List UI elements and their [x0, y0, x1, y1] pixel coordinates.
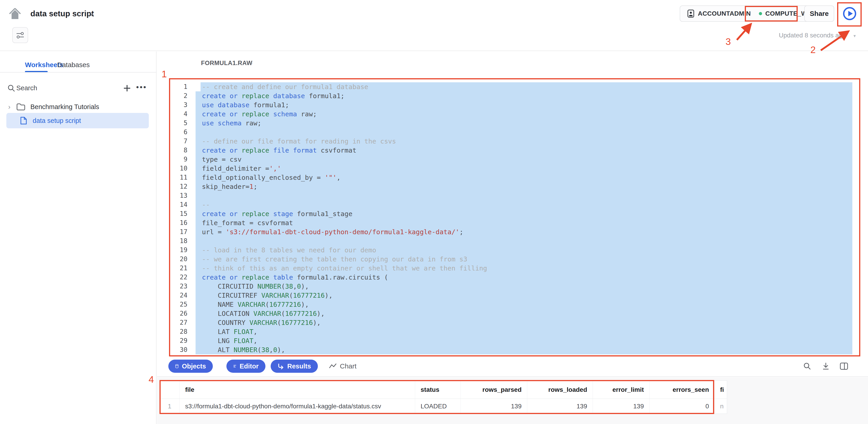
warehouse-status-dot	[759, 12, 762, 15]
updated-caret-down-icon[interactable]: ▾	[854, 33, 856, 38]
split-columns-icon	[840, 362, 848, 370]
search-input[interactable]	[16, 82, 112, 94]
table-cell[interactable]: 0	[650, 399, 715, 414]
editor-label: Editor	[240, 363, 259, 370]
search-results-button[interactable]	[802, 361, 812, 371]
table-cell[interactable]: n	[715, 399, 727, 414]
schema-context-selector[interactable]: FORMULA1.RAW	[201, 60, 252, 67]
context-selector[interactable]: ACCOUNTADMIN COMPUTE_WH	[680, 5, 819, 22]
run-button[interactable]	[839, 5, 860, 22]
code-line-content: type = csv	[195, 155, 852, 164]
column-header[interactable]: file	[180, 381, 415, 399]
code-line-content: LNG FLOAT,	[195, 336, 852, 345]
role-segment[interactable]: ACCOUNTADMIN	[687, 9, 751, 18]
column-header[interactable]: status	[415, 381, 461, 399]
code-line-content: LAT FLOAT,	[195, 327, 852, 336]
download-icon	[822, 362, 830, 370]
line-number: 14	[169, 200, 195, 209]
folder-label: Benchmarking Tutorials	[30, 103, 99, 111]
code-line: 23 CIRCUITID NUMBER(38,0),	[169, 282, 860, 291]
search-icon	[7, 84, 16, 92]
sql-editor[interactable]: 1-- create and define our formula1 datab…	[169, 79, 860, 356]
code-line-content: use database formula1;	[195, 100, 852, 109]
code-line: 3use database formula1;	[169, 100, 860, 109]
code-line-content: LOCATION VARCHAR(16777216),	[195, 309, 852, 318]
code-line: 8create or replace file format csvformat	[169, 146, 860, 155]
filters-button[interactable]	[12, 27, 28, 43]
chart-line-icon	[329, 363, 337, 369]
table-cell[interactable]: 139	[461, 399, 527, 414]
search-icon	[803, 362, 811, 370]
warehouse-segment[interactable]: COMPUTE_WH	[759, 10, 812, 17]
top-bar: data setup script ▾ ACCOUNTADMIN COMPUTE…	[0, 0, 868, 51]
code-line: 1-- create and define our formula1 datab…	[169, 82, 860, 91]
code-line-content: -- create and define our formula1 databa…	[195, 82, 852, 91]
person-badge-icon	[687, 9, 695, 18]
table-cell[interactable]: 139	[593, 399, 650, 414]
database-icon	[175, 362, 179, 370]
column-header[interactable]: rows_parsed	[461, 381, 527, 399]
sidebar: Worksheets Databases ••• › Benchmarking …	[0, 52, 157, 424]
code-line-content: skip_header=1;	[195, 182, 852, 191]
line-number: 29	[169, 336, 195, 345]
schema-context-caret-down-icon[interactable]: ▾	[250, 61, 252, 66]
code-line-content: create or replace database formula1;	[195, 91, 852, 100]
code-line: 14--	[169, 200, 860, 209]
table-cell[interactable]: s3://formula1-dbt-cloud-python-demo/form…	[180, 399, 415, 414]
line-number: 15	[169, 209, 195, 218]
line-number: 21	[169, 264, 195, 273]
code-line-content: -- load in the 8 tables we need for our …	[195, 246, 852, 255]
chart-button[interactable]: Chart	[329, 360, 356, 373]
objects-button[interactable]: Objects	[168, 360, 213, 373]
line-number: 28	[169, 327, 195, 336]
tab-databases[interactable]: Databases	[57, 61, 90, 69]
home-icon[interactable]	[8, 7, 22, 21]
column-header[interactable]: rows_loaded	[527, 381, 593, 399]
table-cell[interactable]: LOADED	[415, 399, 461, 414]
download-results-button[interactable]	[821, 361, 831, 371]
line-number: 12	[169, 182, 195, 191]
sidebar-item-worksheet-selected[interactable]: data setup script	[6, 113, 149, 128]
title-caret-down-icon[interactable]: ▾	[90, 11, 93, 18]
code-line-content: -- we are first creating the table then …	[195, 255, 852, 264]
editor-button[interactable]: Editor	[226, 360, 266, 373]
worksheet-file-icon	[20, 116, 27, 125]
role-label: ACCOUNTADMIN	[698, 10, 751, 17]
line-number: 6	[169, 128, 195, 137]
code-line-content: create or replace schema raw;	[195, 109, 852, 119]
editor-context-bar: FORMULA1.RAW ▾	[157, 52, 868, 78]
table-cell[interactable]: 1	[160, 399, 180, 414]
play-icon	[842, 6, 857, 21]
results-button[interactable]: Results	[271, 360, 318, 373]
table-cell[interactable]: 139	[527, 399, 593, 414]
column-header[interactable]: fi	[715, 381, 727, 399]
worksheet-title[interactable]: data setup script	[30, 9, 94, 18]
line-number: 24	[169, 291, 195, 300]
code-line-content: field_delimiter =','	[195, 164, 852, 173]
code-line: 7-- define our file format for reading i…	[169, 137, 860, 146]
sidebar-item-folder[interactable]: › Benchmarking Tutorials	[0, 100, 157, 114]
code-line: 25 NAME VARCHAR(16777216),	[169, 300, 860, 309]
line-number: 4	[169, 109, 195, 119]
code-line-content: url = 's3://formula1-dbt-cloud-python-de…	[195, 227, 852, 236]
editor-lines-icon	[233, 363, 237, 369]
code-line: 10field_delimiter =','	[169, 164, 860, 173]
code-line: 12skip_header=1;	[169, 182, 860, 191]
code-line: 13	[169, 191, 860, 200]
table-row[interactable]: 1s3://formula1-dbt-cloud-python-demo/for…	[160, 399, 727, 414]
column-header[interactable]: errors_seen	[650, 381, 715, 399]
line-number: 26	[169, 309, 195, 318]
code-line: 5use schema raw;	[169, 119, 860, 128]
share-button[interactable]: Share	[804, 5, 834, 22]
code-line-content: create or replace table formula1.raw.cir…	[195, 273, 852, 282]
column-header[interactable]: error_limit	[593, 381, 650, 399]
split-view-button[interactable]	[839, 361, 849, 371]
column-header[interactable]	[160, 381, 180, 399]
results-header-row: filestatusrows_parsedrows_loadederror_li…	[160, 381, 727, 399]
code-line: 26 LOCATION VARCHAR(16777216),	[169, 309, 860, 318]
updated-timestamp: Updated 8 seconds ago	[779, 32, 846, 39]
more-options-icon[interactable]: •••	[136, 83, 147, 92]
add-worksheet-icon[interactable]	[123, 84, 132, 93]
results-table[interactable]: filestatusrows_parsedrows_loadederror_li…	[159, 381, 727, 414]
chevron-right-icon[interactable]: ›	[8, 103, 10, 111]
